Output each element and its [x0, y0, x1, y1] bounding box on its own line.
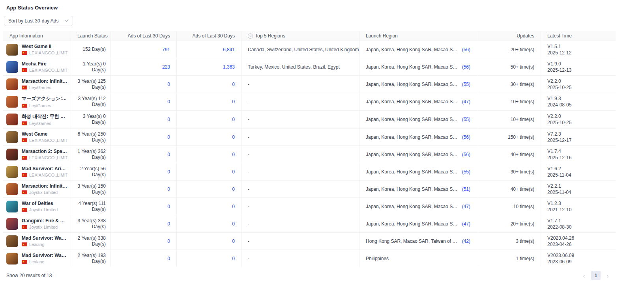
ads-30d-a-link[interactable]: 0	[167, 186, 170, 192]
launch-region-count-link[interactable]: (47)	[462, 221, 470, 227]
launch-region-text: Japan, Korea, Hong Kong SAR, Macao SAR, …	[366, 134, 461, 140]
top5-regions-cell: -	[242, 146, 359, 163]
column-header-ads-30d-b: Ads of Last 30 Days	[177, 31, 242, 41]
app-name[interactable]: Gangpire: Fire & Fury	[22, 218, 67, 224]
developer-row: Lexiang	[22, 259, 67, 264]
app-icon[interactable]	[6, 61, 18, 73]
app-icon[interactable]	[6, 235, 18, 247]
app-info-cell: Mad Survivor: Arid Warfire LEXIANGCO.,LI…	[3, 163, 71, 180]
ads-30d-a-link[interactable]: 0	[167, 256, 170, 261]
app-name[interactable]: Mecha Fire	[22, 61, 67, 67]
app-version: V1.2.3	[547, 201, 561, 206]
app-icon[interactable]	[6, 149, 18, 160]
developer-row: LEXIANGCO.,LIMITED	[22, 155, 67, 160]
launch-region-count-link[interactable]: (47)	[462, 99, 470, 104]
launch-region-cell: Japan, Korea, Hong Kong SAR, Macao SAR, …	[359, 163, 477, 180]
ads-30d-b-link[interactable]: 0	[232, 204, 235, 209]
ads-30d-a-cell: 0	[111, 181, 177, 197]
app-name[interactable]: West Game II	[22, 44, 67, 49]
app-name[interactable]: Marsaction: Infinite Ambiti...	[22, 78, 67, 84]
launch-region-count-link[interactable]: (55)	[462, 169, 470, 175]
ads-30d-a-cell: 0	[111, 146, 177, 163]
launch-region-count-link[interactable]: (56)	[462, 47, 470, 52]
updates-cell: 20+ time(s)	[477, 41, 541, 58]
launch-region-count-link[interactable]: (56)	[462, 152, 470, 157]
china-flag-icon	[22, 68, 27, 72]
app-name[interactable]: Mad Survivor: War of Ruins	[22, 253, 67, 258]
ads-30d-b-link[interactable]: 0	[232, 99, 235, 104]
ads-30d-b-link[interactable]: 0	[232, 221, 235, 227]
launch-region-cell: Japan, Korea, Hong Kong SAR, Macao SAR, …	[359, 76, 477, 93]
ads-30d-b-cell: 0	[177, 76, 242, 93]
app-name[interactable]: Marsaction: Infinite Ambiti...	[22, 183, 67, 189]
app-icon[interactable]	[6, 114, 18, 125]
app-icon[interactable]	[6, 253, 18, 265]
app-icon[interactable]	[6, 183, 18, 195]
ads-30d-a-link[interactable]: 0	[167, 82, 170, 87]
launch-region-count-link[interactable]: (47)	[462, 204, 470, 209]
top5-regions-cell: -	[242, 181, 359, 197]
app-icon[interactable]	[6, 96, 18, 108]
app-icon[interactable]	[6, 78, 18, 90]
ads-30d-b-cell: 1,363	[177, 58, 242, 75]
ads-30d-b-link[interactable]: 0	[232, 256, 235, 261]
app-name[interactable]: 화성 대작전: 무한 야망	[22, 113, 67, 120]
ads-30d-a-link[interactable]: 0	[167, 152, 170, 157]
launch-region-count-link[interactable]: (55)	[462, 117, 470, 122]
question-circle-icon[interactable]	[248, 34, 253, 39]
pagination-prev-icon[interactable]	[579, 271, 589, 280]
ads-30d-a-link[interactable]: 0	[167, 169, 170, 175]
ads-30d-a-link[interactable]: 0	[167, 99, 170, 104]
ads-30d-a-link[interactable]: 0	[167, 204, 170, 209]
app-name[interactable]: Marsaction 2: Space Hom...	[22, 149, 67, 154]
top5-regions-cell: -	[242, 233, 359, 250]
launch-region-count-link[interactable]: (56)	[462, 64, 470, 70]
ads-30d-a-link[interactable]: 0	[167, 238, 170, 244]
app-meta: West Game II LEXIANGCO.,LIMITED	[22, 44, 67, 55]
app-name[interactable]: War of Deities	[22, 201, 58, 206]
ads-30d-b-link[interactable]: 6,841	[223, 47, 235, 52]
app-icon[interactable]	[6, 166, 18, 178]
app-icon[interactable]	[6, 44, 18, 56]
latest-time-cell: V7.2.3 2025-12-17	[541, 129, 616, 145]
china-flag-icon	[22, 260, 27, 264]
ads-30d-b-link[interactable]: 0	[232, 186, 235, 192]
app-version: V1.9.3	[547, 96, 561, 101]
ads-30d-b-link[interactable]: 0	[232, 152, 235, 157]
ads-30d-a-link[interactable]: 791	[162, 47, 170, 52]
ads-30d-a-link[interactable]: 0	[167, 117, 170, 122]
pagination-page-1[interactable]: 1	[591, 271, 601, 280]
table-row: Marsaction 2: Space Hom... LEXIANGCO.,LI…	[3, 146, 616, 163]
launch-region-count-link[interactable]: (51)	[462, 186, 470, 192]
ads-30d-b-link[interactable]: 0	[232, 117, 235, 122]
china-flag-icon	[22, 104, 27, 108]
launch-region-count-link[interactable]: (56)	[462, 134, 470, 140]
app-name[interactable]: West Game	[22, 131, 67, 137]
pagination-next-icon[interactable]	[603, 271, 612, 280]
ads-30d-b-link[interactable]: 0	[232, 169, 235, 175]
updates-cell: 30+ time(s)	[477, 76, 541, 93]
developer-row: LEXIANGCO.,LIMITED	[22, 173, 67, 177]
launch-region-count-link[interactable]: (55)	[462, 82, 470, 87]
ads-30d-a-link[interactable]: 0	[167, 221, 170, 227]
ads-30d-b-link[interactable]: 0	[232, 134, 235, 140]
app-name[interactable]: Mad Survivor: Wasteland ...	[22, 235, 67, 241]
app-icon[interactable]	[6, 131, 18, 143]
ads-30d-b-link[interactable]: 0	[232, 238, 235, 244]
ads-30d-b-link[interactable]: 0	[232, 82, 235, 87]
ads-30d-a-link[interactable]: 0	[167, 134, 170, 140]
ads-30d-b-link[interactable]: 1,363	[223, 64, 235, 70]
updates-cell: 50+ time(s)	[477, 58, 541, 75]
china-flag-icon	[22, 242, 27, 246]
app-name[interactable]: Mad Survivor: Arid Warfire	[22, 166, 67, 171]
app-version: V2023.04.26	[547, 235, 574, 241]
app-icon[interactable]	[6, 201, 18, 212]
launch-region-count-link[interactable]: (42)	[462, 238, 470, 244]
app-name[interactable]: マーズアクション:インフィ...	[22, 95, 67, 102]
app-icon[interactable]	[6, 218, 18, 230]
toolbar: Sort by Last 30-day Ads	[4, 16, 641, 26]
launch-region-text: Philippines	[366, 256, 389, 261]
app-meta: Gangpire: Fire & Fury Joystix Limited	[22, 218, 67, 229]
ads-30d-a-link[interactable]: 223	[162, 64, 170, 70]
sort-dropdown[interactable]: Sort by Last 30-day Ads	[4, 16, 73, 26]
